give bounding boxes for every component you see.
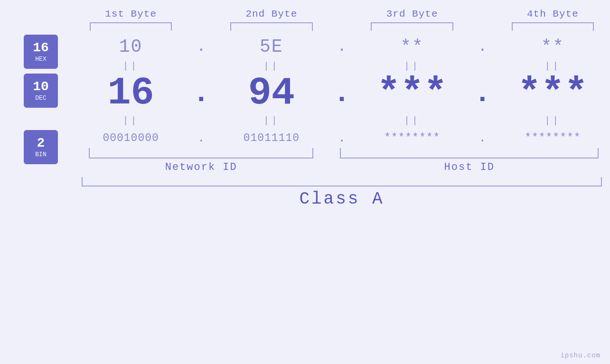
dec-base-box: 10 DEC xyxy=(24,74,58,108)
host-id-bracket: Host ID xyxy=(329,148,610,173)
main-container: 1st Byte 2nd Byte 3rd Byte 4th Byte 16 H… xyxy=(0,0,610,364)
dec-val-2: 94 xyxy=(214,74,328,113)
hex-base-box: 16 HEX xyxy=(24,35,58,69)
bin-row-wrapper: 2 BIN 00010000 . 01011110 . ******** . *… xyxy=(0,126,610,147)
bracket-top-3 xyxy=(371,22,453,31)
bin-dot-2: . xyxy=(329,131,355,145)
bin-val-3: ******** xyxy=(355,132,469,144)
hex-dot-2: . xyxy=(329,38,355,56)
network-id-label: Network ID xyxy=(165,161,237,173)
bracket-top-1 xyxy=(90,22,172,31)
bin-dot-1: . xyxy=(188,131,214,145)
class-section: Class A xyxy=(74,177,610,209)
dec-dot-3: . xyxy=(469,77,496,110)
byte-header-2: 2nd Byte xyxy=(214,9,328,31)
hex-val-2: 5E xyxy=(214,37,328,57)
byte-header-3: 3rd Byte xyxy=(355,9,469,31)
hex-row: 10 . 5E . ** . ** xyxy=(74,31,610,61)
equals-row-2: || || || || xyxy=(74,115,610,126)
bracket-top-2 xyxy=(230,22,313,31)
bin-dot-3: . xyxy=(469,131,496,145)
dec-row: 16 . 94 . *** . *** xyxy=(74,72,610,115)
dec-val-4: *** xyxy=(496,74,610,113)
bracket-top-4 xyxy=(512,22,594,31)
bin-val-1: 00010000 xyxy=(74,132,188,144)
bin-base-box: 2 BIN xyxy=(24,130,58,164)
bottom-brackets: Network ID Host ID xyxy=(74,148,610,173)
byte-header-1: 1st Byte xyxy=(74,9,188,31)
bin-val-4: ******** xyxy=(496,132,610,144)
network-id-bracket: Network ID xyxy=(74,148,329,173)
bin-val-2: 01011110 xyxy=(214,132,328,144)
hex-val-4: ** xyxy=(496,37,610,57)
hex-dot-3: . xyxy=(469,38,496,56)
byte-headers-row: 1st Byte 2nd Byte 3rd Byte 4th Byte xyxy=(74,9,610,31)
dec-row-wrapper: 10 DEC 16 . 94 . *** . *** xyxy=(0,72,610,115)
host-id-label: Host ID xyxy=(444,161,495,173)
class-label: Class A xyxy=(299,189,384,209)
hex-row-wrapper: 16 HEX 10 . 5E . ** . ** xyxy=(0,31,610,61)
hex-dot-1: . xyxy=(188,38,214,56)
byte-header-4: 4th Byte xyxy=(496,9,610,31)
hex-val-3: ** xyxy=(355,37,469,57)
dec-val-1: 16 xyxy=(74,74,188,113)
dec-dot-1: . xyxy=(188,77,214,110)
class-bracket xyxy=(82,177,602,187)
hex-val-1: 10 xyxy=(74,37,188,57)
watermark: ipshu.com xyxy=(560,352,601,359)
equals-row-1: || || || || xyxy=(74,61,610,72)
dec-val-3: *** xyxy=(355,74,469,113)
dec-dot-2: . xyxy=(329,77,355,110)
bin-row: 00010000 . 01011110 . ******** . *******… xyxy=(74,126,610,147)
